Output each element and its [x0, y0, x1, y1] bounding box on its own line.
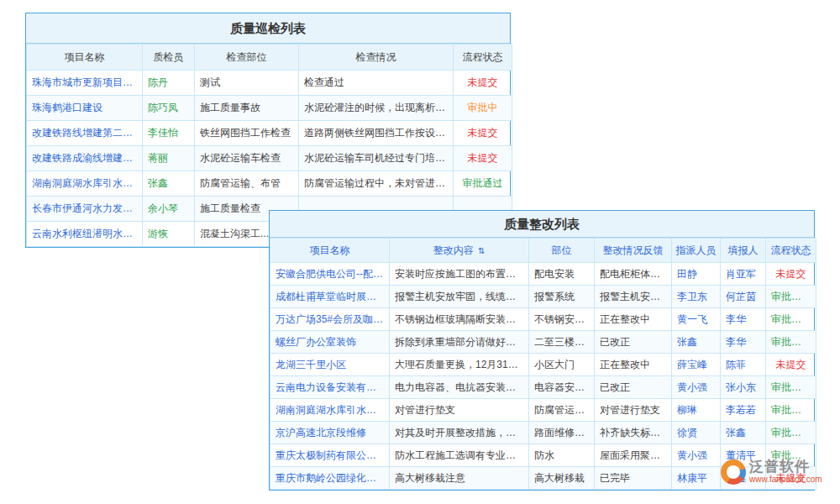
- project-link-cell[interactable]: 湖南洞庭湖水库引水工程施工...: [270, 399, 390, 422]
- table-cell: 李华: [721, 331, 766, 354]
- table-cell: 薛宝峰: [672, 354, 721, 376]
- table-cell: 配电柜柜体与...: [595, 263, 672, 286]
- project-link-cell[interactable]: 龙湖三千里小区: [270, 354, 390, 376]
- project-link-cell[interactable]: 螺丝厂办公室装饰: [270, 331, 390, 354]
- table-cell: 报警主机安放...: [595, 286, 672, 308]
- project-link-cell[interactable]: 成都杜甫草堂临时展厅独立展...: [270, 286, 390, 308]
- table-cell: 未提交: [454, 121, 512, 146]
- table-cell: 陈菲: [721, 354, 766, 376]
- project-link-cell[interactable]: 云南水利枢纽潜明水库...: [27, 222, 143, 247]
- table-cell: 道路两侧铁丝网围挡工作按设计...: [299, 121, 454, 146]
- table-row: 龙湖三千里小区大理石质量更换，12月31日之...小区大门正在整改中薛宝峰陈菲未…: [270, 354, 816, 376]
- rectify-table-body: 安徽合肥供电公司--配电设备...安装时应按施工图的布置，将...配电安装配电柜…: [270, 263, 816, 490]
- table-cell: 防水工程施工选调有专业资质...: [390, 444, 529, 467]
- table-cell: 审批通过: [454, 171, 512, 197]
- rectify-table: 项目名称 整改内容 ⇅ 部位 整改情况反馈 指派人员 填报人 流程状态 安徽合肥…: [270, 238, 816, 490]
- table-cell: 电力电容器、电抗器安装方案...: [390, 376, 529, 399]
- table-cell: 报警系统: [529, 286, 595, 308]
- project-link-cell[interactable]: 京沪高速北京段维修: [270, 422, 390, 444]
- project-link-cell[interactable]: 云南电力设备安装有限公司20...: [270, 376, 390, 399]
- project-link-cell[interactable]: 安徽合肥供电公司--配电设备...: [270, 263, 390, 286]
- table-cell: 审批通过: [766, 308, 816, 331]
- table-cell: 铁丝网围挡工作检查: [195, 121, 299, 146]
- project-link-cell[interactable]: 湖南洞庭湖水库引水工...: [27, 171, 143, 197]
- col-header-rectify-content[interactable]: 整改内容 ⇅: [390, 239, 529, 263]
- table-cell: 水泥砼运输车检查: [195, 146, 299, 171]
- table-cell: 游恢: [143, 222, 195, 247]
- table-row: 安徽合肥供电公司--配电设备...安装时应按施工图的布置，将...配电安装配电柜…: [270, 263, 816, 286]
- col-header-part: 部位: [529, 239, 595, 263]
- table-row: 京沪高速北京段维修对其及时开展整改措施，桥头...路面维修检...补齐缺失标志.…: [270, 422, 816, 444]
- table-cell: 李佳怡: [143, 121, 195, 146]
- project-link-cell[interactable]: 珠海市城市更新项目紫...: [27, 71, 143, 96]
- table-cell: 未提交: [454, 71, 512, 96]
- table-cell: 水泥砼运输车司机经过专门培训...: [299, 146, 454, 171]
- table-cell: 审批通过: [766, 422, 816, 444]
- table-cell: 余小琴: [143, 197, 195, 222]
- rectify-table-panel: 质量整改列表 项目名称 整改内容 ⇅ 部位 整改情况反馈 指派人员 填报人 流程…: [269, 210, 815, 491]
- project-link-cell[interactable]: 重庆市鹅岭公园绿化景观提升...: [270, 467, 390, 490]
- project-link-cell[interactable]: 万达广场35#会所及咖啡厅空...: [270, 308, 390, 331]
- table-cell: 审批通过: [766, 399, 816, 422]
- table-cell: 未提交: [454, 146, 512, 171]
- table-cell: 张鑫: [143, 171, 195, 197]
- table-cell: 报警主机安放牢固，线缆连接...: [390, 286, 529, 308]
- table-cell: 审批通过: [766, 286, 816, 308]
- project-link-cell[interactable]: 长春市伊通河水力发电...: [27, 197, 143, 222]
- table-cell: 施工质量事故: [195, 96, 299, 121]
- table-cell: 审批中: [454, 96, 512, 121]
- col-header-check-part: 检查部位: [195, 45, 299, 71]
- table-cell: 不锈钢边框玻璃隔断安装不牢...: [390, 308, 529, 331]
- table-cell: 张鑫: [721, 422, 766, 444]
- table-cell: 已改正: [595, 331, 672, 354]
- col-header-feedback: 整改情况反馈: [595, 239, 672, 263]
- table-cell: 黄小强: [672, 376, 721, 399]
- col-header-check-situation: 检查情况: [299, 45, 454, 71]
- table-cell: 李华: [721, 308, 766, 331]
- col-header-rectify-content-label: 整改内容: [433, 244, 474, 256]
- col-header-inspector: 质检员: [143, 45, 195, 71]
- project-link-cell[interactable]: 重庆太极制药有限公司重州中...: [270, 444, 390, 467]
- table-cell: 林康平: [672, 467, 721, 490]
- table-cell: 补齐缺失标志...: [595, 422, 672, 444]
- table-cell: 路面维修检...: [529, 422, 595, 444]
- table-cell: 拆除到承重墙部分请做好加固...: [390, 331, 529, 354]
- table-cell: 李若若: [721, 399, 766, 422]
- brand-url: www.fanpusoft.com: [749, 475, 822, 485]
- table-cell: 黄小强: [672, 444, 721, 467]
- project-link-cell[interactable]: 改建铁路线增建第二线...: [27, 121, 143, 146]
- table-cell: 对管进行垫支: [390, 399, 529, 422]
- fanpu-watermark: 泛普软件 www.fanpusoft.com: [721, 459, 822, 485]
- table-cell: 检查通过: [299, 71, 454, 96]
- table-cell: 防水: [529, 444, 595, 467]
- table-cell: 正在整改中: [595, 354, 672, 376]
- table-cell: 防腐管运输、布管: [195, 171, 299, 197]
- col-header-reporter: 填报人: [721, 239, 766, 263]
- inspection-header-row: 项目名称 质检员 检查部位 检查情况 流程状态: [27, 45, 512, 71]
- table-cell: 未提交: [766, 263, 816, 286]
- project-link-cell[interactable]: 改建铁路成渝线增建第...: [27, 146, 143, 171]
- table-cell: 张小东: [721, 376, 766, 399]
- table-cell: 测试: [195, 71, 299, 96]
- table-cell: 防腐管运输...: [529, 399, 595, 422]
- table-cell: 田静: [672, 263, 721, 286]
- table-cell: 水泥砼灌注的时候，出现离析现象: [299, 96, 454, 121]
- table-cell: 黄一飞: [672, 308, 721, 331]
- table-cell: 屋面采用聚氨...: [595, 444, 672, 467]
- table-cell: 正在整改中: [595, 308, 672, 331]
- col-header-project-name: 项目名称: [27, 45, 143, 71]
- table-cell: 大理石质量更换，12月31日之...: [390, 354, 529, 376]
- table-cell: 安装时应按施工图的布置，将...: [390, 263, 529, 286]
- sort-icon[interactable]: ⇅: [478, 246, 485, 255]
- table-cell: 防腐管运输过程中，未对管进行...: [299, 171, 454, 197]
- col-header-flow-status: 流程状态: [766, 239, 816, 263]
- project-link-cell[interactable]: 珠海鹤港口建设: [27, 96, 143, 121]
- rectify-table-title: 质量整改列表: [270, 211, 814, 238]
- table-row: 万达广场35#会所及咖啡厅空...不锈钢边框玻璃隔断安装不牢...不锈钢安装..…: [270, 308, 816, 331]
- table-cell: 审批通过: [766, 331, 816, 354]
- table-row: 成都杜甫草堂临时展厅独立展...报警主机安放牢固，线缆连接...报警系统报警主机…: [270, 286, 816, 308]
- table-cell: 肖亚军: [721, 263, 766, 286]
- table-cell: 小区大门: [529, 354, 595, 376]
- table-cell: 蒋丽: [143, 146, 195, 171]
- table-cell: 不锈钢安装...: [529, 308, 595, 331]
